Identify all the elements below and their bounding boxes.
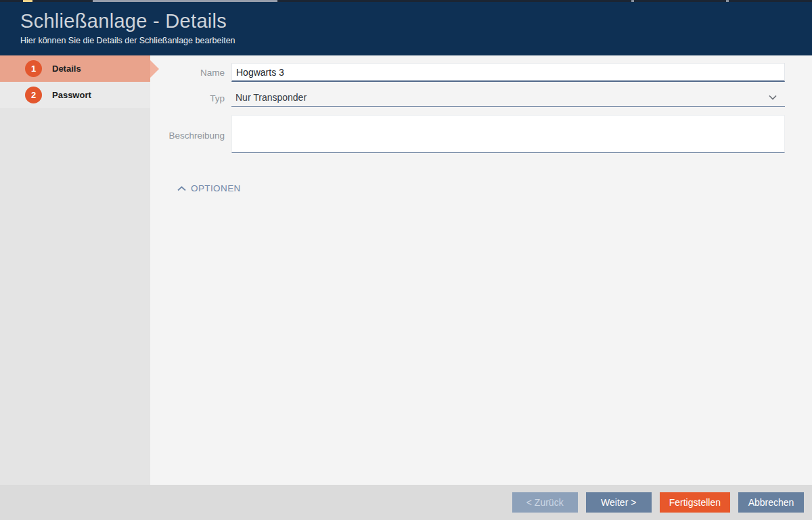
beschreibung-textarea[interactable] [231, 115, 785, 153]
optionen-toggle[interactable]: OPTIONEN [177, 183, 812, 193]
dialog-footer: < Zurück Weiter > Fertigstellen Abbreche… [0, 485, 812, 520]
window-edge-gray-segment [93, 0, 277, 2]
chevron-down-icon [769, 95, 777, 100]
sidebar-item-details[interactable]: 1 Details [0, 55, 150, 82]
step-number: 1 [31, 64, 36, 74]
beschreibung-row: Beschreibung [150, 115, 812, 156]
step-number: 2 [31, 90, 36, 100]
finish-button[interactable]: Fertigstellen [660, 492, 730, 513]
back-button[interactable]: < Zurück [512, 492, 578, 513]
name-label: Name [150, 68, 231, 78]
beschreibung-label: Beschreibung [150, 131, 231, 141]
step-number-badge: 1 [25, 60, 42, 77]
background-window-edge [0, 0, 812, 2]
sidebar-item-passwort[interactable]: 2 Passwort [0, 82, 150, 108]
chevron-up-icon [177, 186, 186, 191]
cancel-button[interactable]: Abbrechen [738, 492, 804, 513]
dialog-body: 1 Details 2 Passwort Name Typ [0, 55, 812, 485]
typ-row: Typ Nur Transponder [150, 89, 812, 107]
typ-label: Typ [150, 93, 231, 103]
next-button[interactable]: Weiter > [586, 492, 652, 513]
dialog-header: Schließanlage - Details Hier können Sie … [0, 2, 812, 55]
window-edge-tick [631, 0, 634, 2]
step-label: Passwort [52, 90, 91, 100]
page-subtitle: Hier können Sie die Details der Schließa… [20, 36, 812, 45]
name-row: Name [150, 63, 812, 82]
wizard-step-sidebar: 1 Details 2 Passwort [0, 55, 150, 485]
page-title: Schließanlage - Details [20, 9, 812, 33]
name-input[interactable] [231, 63, 785, 82]
optionen-label: OPTIONEN [191, 183, 241, 193]
window-edge-yellow-segment [23, 0, 32, 2]
wizard-window: Schließanlage - Details Hier können Sie … [0, 0, 812, 520]
details-form: Name Typ Nur Transponder Beschre [150, 55, 812, 485]
step-label: Details [52, 64, 81, 74]
step-number-badge: 2 [25, 87, 42, 103]
typ-selected-value: Nur Transponder [235, 92, 307, 103]
typ-select[interactable]: Nur Transponder [231, 89, 785, 107]
window-edge-tick [726, 0, 729, 2]
